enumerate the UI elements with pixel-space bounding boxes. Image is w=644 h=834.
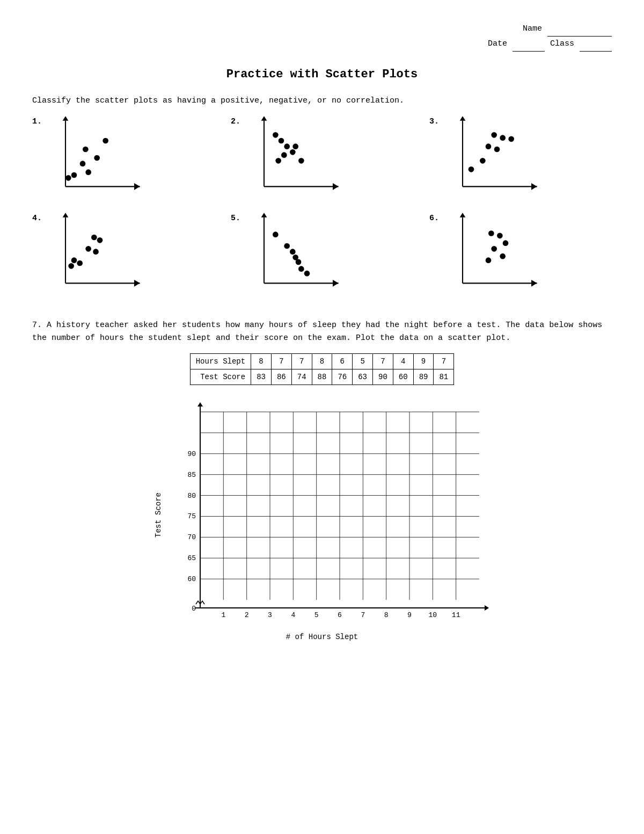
svg-text:90: 90 xyxy=(187,450,196,458)
svg-point-41 xyxy=(93,249,99,255)
svg-text:0: 0 xyxy=(192,605,196,613)
svg-text:9: 9 xyxy=(407,611,412,619)
svg-text:70: 70 xyxy=(187,533,196,541)
svg-text:6: 6 xyxy=(338,611,342,619)
hours-cell-6: 7 xyxy=(373,354,393,369)
svg-point-5 xyxy=(103,138,108,144)
name-underline[interactable] xyxy=(547,21,612,37)
svg-text:60: 60 xyxy=(187,575,196,583)
scatter-item-4: 4. xyxy=(32,212,215,298)
score-cell-3: 88 xyxy=(312,369,332,385)
svg-point-21 xyxy=(275,158,281,164)
instructions: Classify the scatter plots as having a p… xyxy=(32,96,612,105)
hours-cell-1: 7 xyxy=(271,354,291,369)
data-table: Hours Slept8778657497Test Score838674887… xyxy=(190,353,455,385)
svg-point-60 xyxy=(488,230,494,236)
svg-marker-24 xyxy=(460,116,466,121)
svg-point-43 xyxy=(77,260,83,266)
class-label: Class xyxy=(550,37,574,52)
scatter-plot-3 xyxy=(443,115,551,201)
scatter-item-3: 3. xyxy=(429,115,612,201)
svg-point-8 xyxy=(71,172,77,178)
svg-point-29 xyxy=(508,136,514,142)
chart-inner: Test Score 6065707580859001234567891011 xyxy=(154,401,490,629)
svg-point-32 xyxy=(480,158,486,164)
svg-point-64 xyxy=(500,253,506,259)
header-info: Name Date Class xyxy=(32,21,612,52)
hours-cell-9: 7 xyxy=(434,354,454,369)
problem7-text: 7. A history teacher asked her students … xyxy=(32,319,612,345)
svg-point-20 xyxy=(281,152,287,158)
svg-point-16 xyxy=(279,138,284,144)
svg-point-7 xyxy=(94,155,100,161)
svg-text:5: 5 xyxy=(314,611,319,619)
svg-marker-35 xyxy=(63,213,69,217)
svg-marker-26 xyxy=(531,183,537,190)
svg-point-30 xyxy=(486,143,492,149)
date-label: Date xyxy=(488,37,507,52)
scatter-number-5: 5. xyxy=(231,214,240,223)
svg-marker-37 xyxy=(134,280,140,287)
svg-marker-1 xyxy=(63,116,69,121)
svg-point-55 xyxy=(304,271,310,277)
score-cell-6: 90 xyxy=(373,369,393,385)
svg-point-63 xyxy=(491,246,497,252)
svg-text:75: 75 xyxy=(187,512,196,520)
svg-point-38 xyxy=(91,235,97,241)
svg-point-18 xyxy=(290,149,296,155)
svg-text:2: 2 xyxy=(245,611,249,619)
name-label: Name xyxy=(523,21,542,37)
svg-point-49 xyxy=(273,231,279,237)
score-cell-5: 63 xyxy=(353,369,373,385)
scatter-plot-6 xyxy=(443,212,551,298)
svg-marker-12 xyxy=(261,116,267,121)
score-cell-9: 81 xyxy=(434,369,454,385)
svg-point-54 xyxy=(298,266,304,272)
chart-container: Test Score 6065707580859001234567891011 … xyxy=(32,401,612,641)
svg-text:7: 7 xyxy=(361,611,365,619)
hours-cell-2: 7 xyxy=(291,354,312,369)
svg-marker-89 xyxy=(485,605,489,611)
svg-point-22 xyxy=(298,158,304,164)
hours-cell-7: 4 xyxy=(393,354,413,369)
svg-marker-57 xyxy=(460,213,466,217)
score-cell-8: 89 xyxy=(413,369,434,385)
svg-point-65 xyxy=(486,257,492,263)
svg-point-9 xyxy=(85,169,91,175)
svg-marker-14 xyxy=(333,183,339,190)
svg-point-31 xyxy=(494,147,500,153)
svg-marker-46 xyxy=(261,213,267,217)
date-underline[interactable] xyxy=(513,37,545,52)
scatter-item-6: 6. xyxy=(429,212,612,298)
svg-point-62 xyxy=(503,240,509,246)
problem7-number: 7. xyxy=(32,321,42,330)
x-axis-label: # of Hours Slept xyxy=(286,633,358,641)
scatter-number-2: 2. xyxy=(231,117,240,126)
svg-point-51 xyxy=(290,249,296,255)
score-cell-7: 60 xyxy=(393,369,413,385)
svg-point-28 xyxy=(500,135,506,141)
svg-text:8: 8 xyxy=(384,611,389,619)
scatter-plots-grid: 1.2.3.4.5.6. xyxy=(32,115,612,298)
score-cell-0: 83 xyxy=(251,369,272,385)
scatter-number-4: 4. xyxy=(32,214,42,223)
hours-cell-8: 9 xyxy=(413,354,434,369)
svg-point-53 xyxy=(296,259,302,265)
svg-point-50 xyxy=(284,243,290,249)
scatter-plot-4 xyxy=(46,212,153,298)
scatter-number-6: 6. xyxy=(429,214,439,223)
scatter-chart: 6065707580859001234567891011 xyxy=(168,401,490,627)
test-score-label: Test Score xyxy=(190,369,251,385)
svg-text:3: 3 xyxy=(268,611,272,619)
class-underline[interactable] xyxy=(580,37,612,52)
scatter-plot-2 xyxy=(245,115,352,201)
svg-text:10: 10 xyxy=(429,611,437,619)
svg-point-61 xyxy=(497,233,503,238)
chart-area: 6065707580859001234567891011 xyxy=(168,401,490,629)
svg-text:11: 11 xyxy=(452,611,460,619)
problem7-body: A history teacher asked her students how… xyxy=(32,321,602,343)
svg-marker-87 xyxy=(197,402,203,407)
svg-point-10 xyxy=(65,175,71,181)
svg-point-39 xyxy=(97,237,103,243)
svg-text:1: 1 xyxy=(221,611,225,619)
